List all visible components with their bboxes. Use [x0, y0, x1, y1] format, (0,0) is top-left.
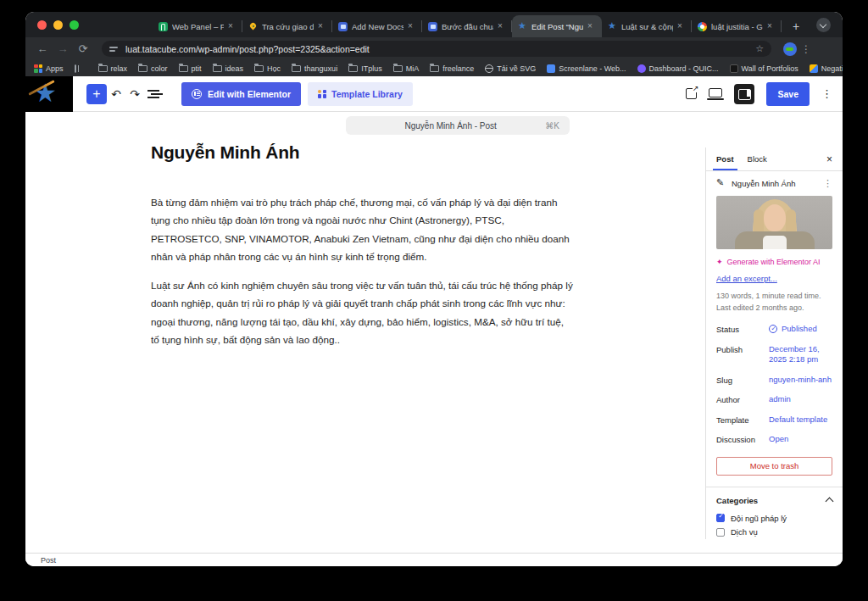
template-library-button[interactable]: Template Library	[308, 82, 413, 106]
tab-search-chevron-icon[interactable]	[816, 18, 831, 32]
word-count-text: 130 words, 1 minute read time.	[706, 283, 843, 302]
bookmark-folder[interactable]: ITplus	[348, 64, 382, 73]
bookmark-folder[interactable]: ideas	[213, 64, 244, 73]
template-label: Template	[716, 415, 769, 425]
close-tab-icon[interactable]	[587, 22, 596, 31]
view-post-external-icon[interactable]	[686, 88, 697, 99]
publish-label: Publish	[716, 344, 769, 354]
post-actions-icon[interactable]	[823, 178, 832, 189]
preview-device-icon[interactable]	[709, 88, 722, 97]
window-controls	[37, 20, 79, 30]
address-bar[interactable]: luat.tatacube.com/wp-admin/post.php?post…	[102, 41, 771, 57]
zoom-window-button[interactable]	[70, 20, 79, 30]
featured-image[interactable]	[716, 196, 832, 249]
bookmark-link[interactable]: Wall of Portfolios	[730, 64, 798, 73]
tab-post[interactable]: Post	[716, 147, 734, 170]
close-tab-icon[interactable]	[498, 22, 506, 31]
undo-button[interactable]	[107, 87, 125, 101]
bookmark-folder[interactable]: relax	[98, 64, 128, 73]
checkbox-checked-icon[interactable]	[716, 514, 725, 522]
editor-header: Edit with Elementor Template Library Sav…	[25, 76, 843, 112]
editor-options-icon[interactable]	[821, 87, 832, 100]
discussion-value[interactable]: Open	[769, 434, 832, 445]
edit-with-elementor-button[interactable]: Edit with Elementor	[181, 82, 301, 106]
close-window-button[interactable]	[37, 20, 47, 30]
move-to-trash-button[interactable]: Move to trash	[716, 457, 832, 476]
globe-icon	[485, 64, 493, 73]
category-checkbox-row[interactable]: Dịch vụ	[716, 527, 832, 537]
bookmark-star-icon[interactable]	[755, 43, 764, 54]
bookmark-link[interactable]: Tải về SVG	[485, 64, 536, 73]
generate-with-elementor-ai-link[interactable]: Generate with Elementor AI	[706, 249, 843, 266]
folder-icon	[348, 65, 358, 72]
bookmark-folder[interactable]: MiA	[393, 64, 420, 73]
profile-avatar[interactable]	[783, 42, 797, 56]
bookmark-link[interactable]: Screenlane - Web...	[547, 64, 626, 73]
close-tab-icon[interactable]	[677, 22, 686, 31]
close-tab-icon[interactable]	[318, 22, 326, 31]
browser-tab[interactable]: Tra cứu giao dịch thanh	[242, 15, 332, 37]
browser-tab-active[interactable]: Edit Post “Nguyễn Minh	[512, 15, 602, 37]
save-button[interactable]: Save	[766, 82, 810, 106]
slug-value[interactable]: nguyen-minh-anh	[769, 375, 832, 386]
block-inserter-button[interactable]	[86, 84, 107, 104]
close-tab-icon[interactable]	[767, 22, 776, 31]
checkbox-icon[interactable]	[716, 528, 725, 537]
tab-groups-icon[interactable]	[75, 64, 76, 73]
minimize-window-button[interactable]	[53, 20, 63, 30]
settings-sidebar-toggle[interactable]	[734, 84, 754, 104]
tab-title: Bước đầu chuẩn bị – Ta	[442, 22, 493, 31]
apps-shortcut[interactable]: Apps	[34, 64, 64, 73]
paragraph-block[interactable]: Luật sư Ánh có kinh nghiệm chuyên sâu tr…	[151, 276, 573, 348]
paragraph-block[interactable]: Bà từng đảm nhiệm vai trò phụ trách pháp…	[151, 193, 573, 265]
browser-menu-icon[interactable]	[800, 43, 812, 55]
redo-button[interactable]	[125, 87, 144, 101]
bookmark-folder[interactable]: ptit	[179, 64, 202, 73]
reload-button[interactable]	[75, 42, 92, 55]
folder-icon	[179, 65, 188, 72]
forward-button[interactable]	[54, 42, 71, 55]
categories-title: Categories	[716, 496, 826, 505]
categories-section-header[interactable]: Categories	[706, 487, 843, 505]
document-bar[interactable]: Nguyễn Minh Ánh - Post ⌘K	[346, 116, 570, 135]
site-logo[interactable]	[25, 76, 73, 112]
add-excerpt-link[interactable]: Add an excerpt...	[706, 266, 843, 283]
bookmark-folder[interactable]: thanguxui	[292, 64, 337, 73]
back-button[interactable]	[34, 42, 51, 55]
discussion-label: Discussion	[716, 434, 769, 444]
close-tab-icon[interactable]	[228, 22, 236, 31]
folder-icon	[213, 65, 222, 72]
list-view-icon[interactable]	[147, 89, 163, 99]
breadcrumb[interactable]: Post	[41, 556, 56, 565]
browser-tab[interactable]: Web Panel – Panel cont	[153, 15, 242, 37]
browser-tab[interactable]: luật justitia - Google Se	[692, 15, 782, 37]
bookmark-link[interactable]: Dashboard - QUIC...	[637, 64, 719, 73]
slug-label: Slug	[716, 375, 769, 385]
template-value[interactable]: Default template	[769, 415, 832, 426]
close-tab-icon[interactable]	[408, 22, 416, 31]
folder-icon	[254, 65, 264, 72]
tab-title: Edit Post “Nguyễn Minh	[531, 22, 583, 31]
portrait-face	[764, 204, 786, 231]
author-value[interactable]: admin	[769, 394, 832, 405]
browser-tab[interactable]: Bước đầu chuẩn bị – Ta	[422, 15, 512, 37]
bookmark-folder[interactable]: Học	[254, 64, 281, 73]
new-tab-button[interactable]	[787, 17, 805, 36]
status-value[interactable]: Published	[769, 324, 832, 335]
publish-date-value[interactable]: December 16, 2025 2:18 pm	[769, 344, 832, 365]
category-checkbox-row[interactable]: Đội ngũ pháp lý	[716, 514, 832, 523]
categories-list: Đội ngũ pháp lý Dịch vụ Giải đáp Tin tức	[706, 505, 843, 540]
bookmark-folder[interactable]: color	[138, 64, 168, 73]
post-title-field[interactable]: Nguyễn Minh Ánh	[151, 142, 299, 163]
browser-tab[interactable]: Add New Docs ‹ Tatacu	[332, 15, 422, 37]
tab-title: luật justitia - Google Se	[711, 22, 763, 31]
browser-tab[interactable]: Luật sư & cộng sự – Ju	[602, 15, 692, 37]
bookmark-folder[interactable]: freelance	[430, 64, 474, 73]
bookmark-link[interactable]: Negative keyword...	[810, 64, 843, 73]
command-shortcut: ⌘K	[545, 121, 559, 131]
tab-block[interactable]: Block	[748, 147, 767, 170]
site-info-icon[interactable]	[109, 45, 120, 53]
url-text[interactable]: luat.tatacube.com/wp-admin/post.php?post…	[125, 44, 749, 54]
close-sidebar-icon[interactable]	[826, 147, 832, 170]
last-edited-text: Last edited 2 months ago.	[706, 302, 843, 314]
